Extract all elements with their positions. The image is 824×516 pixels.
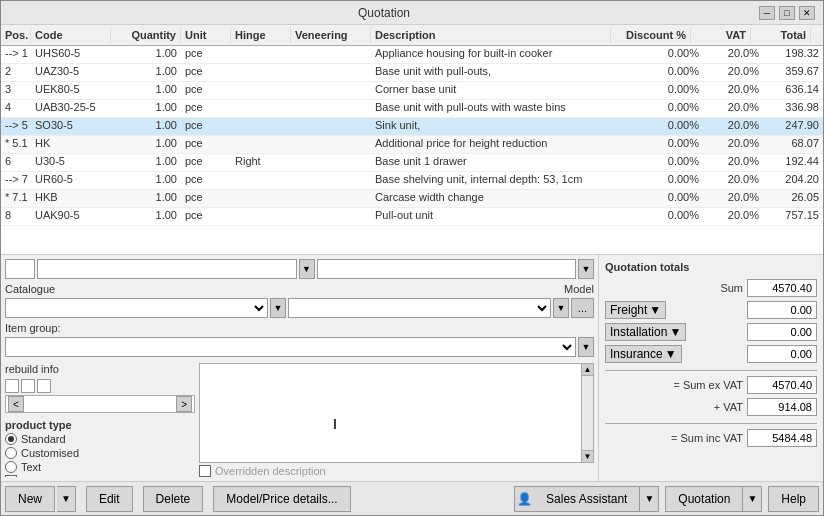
row-code: SO30-5 xyxy=(31,118,111,135)
delete-button[interactable]: Delete xyxy=(143,486,204,512)
catalogue-dropdown-btn[interactable]: ▼ xyxy=(270,298,286,318)
content-canvas[interactable] xyxy=(199,363,582,463)
catalogue-select[interactable] xyxy=(5,298,268,318)
scroll-up-btn[interactable]: ▲ xyxy=(582,364,593,376)
model-label: Model xyxy=(564,283,594,295)
person-icon[interactable]: 👤 xyxy=(514,486,534,512)
row-discount: 0.00% xyxy=(623,136,703,153)
model-extra-btn[interactable]: ... xyxy=(571,298,594,318)
sum-value: 4570.40 xyxy=(747,279,817,297)
radio-customised[interactable] xyxy=(5,447,17,459)
installation-dropdown-btn[interactable]: Installation ▼ xyxy=(605,323,686,341)
col-description: Description xyxy=(371,27,611,43)
new-dropdown-btn[interactable]: ▼ xyxy=(57,486,76,512)
row-qty: 1.00 xyxy=(111,190,181,207)
new-button[interactable]: New xyxy=(5,486,55,512)
filter-input-2[interactable] xyxy=(37,259,297,279)
row-unit: pce xyxy=(181,46,231,63)
row-code: UAB30-25-5 xyxy=(31,100,111,117)
row-code: UAZ30-5 xyxy=(31,64,111,81)
scroll-track xyxy=(582,376,593,450)
row-hinge xyxy=(231,46,291,63)
radio-text[interactable] xyxy=(5,461,17,473)
table-body[interactable]: --> 1 UHS60-5 1.00 pce Appliance housing… xyxy=(1,46,823,254)
row-desc: Base unit 1 drawer xyxy=(371,154,623,171)
help-label: Help xyxy=(781,492,806,506)
right-sub-panel: ▲ ▼ Overridden description xyxy=(199,363,594,477)
freight-value: 0.00 xyxy=(747,301,817,319)
row-discount: 0.00% xyxy=(623,208,703,225)
quotation-dropdown[interactable]: ▼ xyxy=(743,486,762,512)
row-desc: Sink unit, xyxy=(371,118,623,135)
product-type-label: product type xyxy=(5,419,195,431)
thumb-prev-btn[interactable]: < xyxy=(8,396,24,412)
row-code: UEK80-5 xyxy=(31,82,111,99)
filter-dropdown-2[interactable]: ▼ xyxy=(578,259,594,279)
table-row[interactable]: 8 UAK90-5 1.00 pce Pull-out unit 0.00% 2… xyxy=(1,208,823,226)
radio-standard[interactable] xyxy=(5,433,17,445)
table-row[interactable]: 4 UAB30-25-5 1.00 pce Base unit with pul… xyxy=(1,100,823,118)
insurance-dropdown-btn[interactable]: Insurance ▼ xyxy=(605,345,682,363)
thumbnail-area: < > xyxy=(5,395,195,413)
vertical-scrollbar[interactable]: ▲ ▼ xyxy=(582,363,594,463)
row-desc: Appliance housing for built-in cooker xyxy=(371,46,623,63)
row-pos: --> 7 xyxy=(1,172,31,189)
table-row[interactable]: 2 UAZ30-5 1.00 pce Base unit with pull-o… xyxy=(1,64,823,82)
sum-inc-vat-value: 5484.48 xyxy=(747,429,817,447)
row-discount: 0.00% xyxy=(623,100,703,117)
dont-order-label: Don't order goods xyxy=(21,475,108,477)
new-button-label: New xyxy=(18,492,42,506)
model-price-button[interactable]: Model/Price details... xyxy=(213,486,350,512)
row-qty: 1.00 xyxy=(111,136,181,153)
table-row[interactable]: --> 5 SO30-5 1.00 pce Sink unit, 0.00% 2… xyxy=(1,118,823,136)
row-veneering xyxy=(291,136,371,153)
table-row[interactable]: --> 1 UHS60-5 1.00 pce Appliance housing… xyxy=(1,46,823,64)
filter-input-1[interactable] xyxy=(5,259,35,279)
row-veneering xyxy=(291,100,371,117)
table-row[interactable]: * 7.1 HKB 1.00 pce Carcase width change … xyxy=(1,190,823,208)
help-button[interactable]: Help xyxy=(768,486,819,512)
overridden-label: Overridden description xyxy=(215,465,326,477)
vat-value: 914.08 xyxy=(747,398,817,416)
row-total: 247.90 xyxy=(763,118,823,135)
col-vat: VAT xyxy=(691,27,751,43)
freight-label: Freight xyxy=(610,303,647,317)
minimize-button[interactable]: ─ xyxy=(759,6,775,20)
overridden-checkbox[interactable] xyxy=(199,465,211,477)
filter-dropdown-1[interactable]: ▼ xyxy=(299,259,315,279)
row-total: 68.07 xyxy=(763,136,823,153)
item-group-label: Item group: xyxy=(5,322,61,334)
freight-chevron: ▼ xyxy=(649,303,661,317)
table-row[interactable]: 3 UEK80-5 1.00 pce Corner base unit 0.00… xyxy=(1,82,823,100)
rebuild-box-3 xyxy=(37,379,51,393)
row-total: 757.15 xyxy=(763,208,823,225)
table-row[interactable]: * 5.1 HK 1.00 pce Additional price for h… xyxy=(1,136,823,154)
item-group-dropdown-btn[interactable]: ▼ xyxy=(578,337,594,357)
row-unit: pce xyxy=(181,154,231,171)
freight-dropdown-btn[interactable]: Freight ▼ xyxy=(605,301,666,319)
row-qty: 1.00 xyxy=(111,118,181,135)
table-row[interactable]: 6 U30-5 1.00 pce Right Base unit 1 drawe… xyxy=(1,154,823,172)
row-qty: 1.00 xyxy=(111,46,181,63)
quotation-button[interactable]: Quotation xyxy=(665,486,743,512)
row-total: 359.67 xyxy=(763,64,823,81)
thumb-next-btn[interactable]: > xyxy=(176,396,192,412)
dont-order-checkbox[interactable] xyxy=(5,475,17,477)
scroll-down-btn[interactable]: ▼ xyxy=(582,450,593,462)
cursor-indicator xyxy=(330,419,340,433)
thumbnail-nav: < > xyxy=(6,396,194,412)
table-row[interactable]: --> 7 UR60-5 1.00 pce Base shelving unit… xyxy=(1,172,823,190)
model-dropdown-btn[interactable]: ▼ xyxy=(553,298,569,318)
sales-assistant-button[interactable]: Sales Assistant xyxy=(534,486,640,512)
close-button[interactable]: ✕ xyxy=(799,6,815,20)
filter-input-3[interactable] xyxy=(317,259,577,279)
model-select[interactable] xyxy=(288,298,551,318)
item-group-select[interactable] xyxy=(5,337,576,357)
row-qty: 1.00 xyxy=(111,208,181,225)
sales-assistant-dropdown[interactable]: ▼ xyxy=(640,486,659,512)
col-unit: Unit xyxy=(181,27,231,43)
edit-button[interactable]: Edit xyxy=(86,486,133,512)
row-veneering xyxy=(291,190,371,207)
row-total: 204.20 xyxy=(763,172,823,189)
maximize-button[interactable]: □ xyxy=(779,6,795,20)
